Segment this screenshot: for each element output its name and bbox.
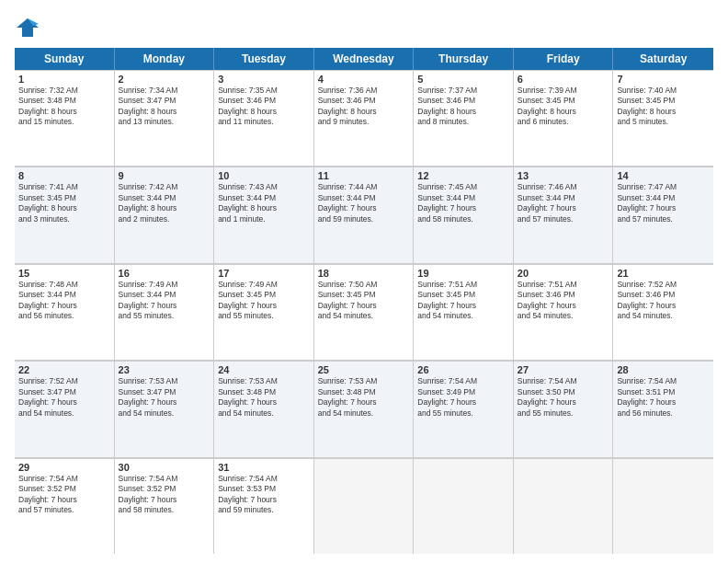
cal-cell: 9Sunrise: 7:42 AMSunset: 3:44 PMDaylight…: [115, 167, 215, 262]
day-number: 2: [119, 74, 210, 85]
cal-cell: 30Sunrise: 7:54 AMSunset: 3:52 PMDayligh…: [115, 459, 215, 554]
day-number: 8: [18, 170, 110, 181]
day-info: Sunrise: 7:32 AMSunset: 3:48 PMDaylight:…: [18, 86, 110, 128]
day-number: 5: [417, 74, 509, 85]
day-info: Sunrise: 7:49 AMSunset: 3:45 PMDaylight:…: [218, 280, 310, 322]
day-info: Sunrise: 7:37 AMSunset: 3:46 PMDaylight:…: [417, 86, 509, 128]
cal-cell: [414, 459, 514, 554]
day-info: Sunrise: 7:48 AMSunset: 3:44 PMDaylight:…: [18, 280, 110, 322]
day-number: 31: [218, 462, 310, 473]
day-info: Sunrise: 7:54 AMSunset: 3:52 PMDaylight:…: [18, 474, 110, 516]
day-info: Sunrise: 7:54 AMSunset: 3:51 PMDaylight:…: [617, 376, 710, 419]
cal-cell: 13Sunrise: 7:46 AMSunset: 3:44 PMDayligh…: [514, 167, 614, 262]
day-number: 19: [417, 268, 509, 279]
day-number: 27: [518, 364, 609, 375]
day-info: Sunrise: 7:46 AMSunset: 3:44 PMDaylight:…: [518, 182, 609, 224]
day-info: Sunrise: 7:50 AMSunset: 3:45 PMDaylight:…: [318, 280, 410, 322]
day-header-wednesday: Wednesday: [314, 48, 415, 70]
day-info: Sunrise: 7:54 AMSunset: 3:53 PMDaylight:…: [218, 474, 310, 516]
week-row-4: 22Sunrise: 7:52 AMSunset: 3:47 PMDayligh…: [15, 361, 713, 457]
cal-cell: 20Sunrise: 7:51 AMSunset: 3:46 PMDayligh…: [514, 265, 614, 360]
day-number: 16: [119, 268, 210, 279]
cal-cell: 6Sunrise: 7:39 AMSunset: 3:45 PMDaylight…: [514, 71, 614, 166]
day-number: 22: [18, 364, 110, 375]
cal-cell: [314, 459, 415, 554]
day-info: Sunrise: 7:54 AMSunset: 3:52 PMDaylight:…: [119, 474, 210, 516]
day-number: 24: [218, 364, 310, 375]
day-info: Sunrise: 7:53 AMSunset: 3:48 PMDaylight:…: [318, 376, 410, 419]
day-number: 23: [119, 364, 210, 375]
cal-cell: 4Sunrise: 7:36 AMSunset: 3:46 PMDaylight…: [314, 71, 415, 166]
day-header-sunday: Sunday: [15, 48, 115, 70]
cal-cell: 28Sunrise: 7:54 AMSunset: 3:51 PMDayligh…: [613, 362, 713, 456]
header: [15, 15, 713, 40]
cal-cell: 14Sunrise: 7:47 AMSunset: 3:44 PMDayligh…: [613, 167, 713, 262]
week-row-3: 15Sunrise: 7:48 AMSunset: 3:44 PMDayligh…: [15, 264, 713, 361]
day-info: Sunrise: 7:40 AMSunset: 3:45 PMDaylight:…: [617, 86, 710, 128]
cal-cell: 26Sunrise: 7:54 AMSunset: 3:49 PMDayligh…: [414, 362, 514, 456]
day-number: 25: [318, 364, 410, 375]
day-info: Sunrise: 7:54 AMSunset: 3:50 PMDaylight:…: [518, 376, 609, 419]
day-number: 11: [318, 170, 410, 181]
cal-cell: 31Sunrise: 7:54 AMSunset: 3:53 PMDayligh…: [214, 459, 314, 554]
week-row-1: 1Sunrise: 7:32 AMSunset: 3:48 PMDaylight…: [15, 70, 713, 167]
cal-cell: 25Sunrise: 7:53 AMSunset: 3:48 PMDayligh…: [314, 362, 415, 456]
day-number: 9: [119, 170, 210, 181]
day-number: 1: [18, 74, 110, 85]
cal-cell: 22Sunrise: 7:52 AMSunset: 3:47 PMDayligh…: [15, 362, 115, 456]
day-number: 14: [617, 170, 710, 181]
cal-cell: 19Sunrise: 7:51 AMSunset: 3:45 PMDayligh…: [414, 265, 514, 360]
day-number: 17: [218, 268, 310, 279]
week-row-2: 8Sunrise: 7:41 AMSunset: 3:45 PMDaylight…: [15, 167, 713, 263]
day-info: Sunrise: 7:35 AMSunset: 3:46 PMDaylight:…: [218, 86, 310, 128]
logo-icon: [15, 15, 40, 40]
week-row-5: 29Sunrise: 7:54 AMSunset: 3:52 PMDayligh…: [15, 458, 713, 554]
cal-cell: 24Sunrise: 7:53 AMSunset: 3:48 PMDayligh…: [214, 362, 314, 456]
day-info: Sunrise: 7:34 AMSunset: 3:47 PMDaylight:…: [119, 86, 210, 128]
cal-cell: 15Sunrise: 7:48 AMSunset: 3:44 PMDayligh…: [15, 265, 115, 360]
day-header-thursday: Thursday: [414, 48, 514, 70]
page: SundayMondayTuesdayWednesdayThursdayFrid…: [0, 0, 728, 563]
day-info: Sunrise: 7:53 AMSunset: 3:48 PMDaylight:…: [218, 376, 310, 419]
cal-cell: 10Sunrise: 7:43 AMSunset: 3:44 PMDayligh…: [214, 167, 314, 262]
day-info: Sunrise: 7:51 AMSunset: 3:45 PMDaylight:…: [417, 280, 509, 322]
day-info: Sunrise: 7:44 AMSunset: 3:44 PMDaylight:…: [318, 182, 410, 224]
day-number: 21: [617, 268, 710, 279]
cal-cell: 17Sunrise: 7:49 AMSunset: 3:45 PMDayligh…: [214, 265, 314, 360]
day-header-friday: Friday: [514, 48, 614, 70]
cal-cell: 29Sunrise: 7:54 AMSunset: 3:52 PMDayligh…: [15, 459, 115, 554]
cal-cell: [613, 459, 713, 554]
day-info: Sunrise: 7:53 AMSunset: 3:47 PMDaylight:…: [119, 376, 210, 419]
cal-cell: 1Sunrise: 7:32 AMSunset: 3:48 PMDaylight…: [15, 71, 115, 166]
day-number: 12: [417, 170, 509, 181]
cal-cell: 27Sunrise: 7:54 AMSunset: 3:50 PMDayligh…: [514, 362, 614, 456]
calendar: SundayMondayTuesdayWednesdayThursdayFrid…: [15, 48, 713, 554]
day-number: 4: [318, 74, 410, 85]
day-number: 26: [417, 364, 509, 375]
svg-marker-0: [17, 18, 39, 37]
day-info: Sunrise: 7:45 AMSunset: 3:44 PMDaylight:…: [417, 182, 509, 224]
cal-cell: 18Sunrise: 7:50 AMSunset: 3:45 PMDayligh…: [314, 265, 415, 360]
calendar-header: SundayMondayTuesdayWednesdayThursdayFrid…: [15, 48, 713, 70]
day-info: Sunrise: 7:52 AMSunset: 3:47 PMDaylight:…: [18, 376, 110, 419]
day-number: 18: [318, 268, 410, 279]
cal-cell: 23Sunrise: 7:53 AMSunset: 3:47 PMDayligh…: [115, 362, 215, 456]
day-header-saturday: Saturday: [613, 48, 713, 70]
day-header-monday: Monday: [115, 48, 215, 70]
day-number: 3: [218, 74, 310, 85]
day-info: Sunrise: 7:47 AMSunset: 3:44 PMDaylight:…: [617, 182, 710, 224]
cal-cell: [514, 459, 614, 554]
cal-cell: 7Sunrise: 7:40 AMSunset: 3:45 PMDaylight…: [613, 71, 713, 166]
day-number: 15: [18, 268, 110, 279]
day-number: 7: [617, 74, 710, 85]
cal-cell: 21Sunrise: 7:52 AMSunset: 3:46 PMDayligh…: [613, 265, 713, 360]
day-number: 6: [518, 74, 609, 85]
day-info: Sunrise: 7:43 AMSunset: 3:44 PMDaylight:…: [218, 182, 310, 224]
day-info: Sunrise: 7:49 AMSunset: 3:44 PMDaylight:…: [119, 280, 210, 322]
day-info: Sunrise: 7:36 AMSunset: 3:46 PMDaylight:…: [318, 86, 410, 128]
cal-cell: 2Sunrise: 7:34 AMSunset: 3:47 PMDaylight…: [115, 71, 215, 166]
day-info: Sunrise: 7:54 AMSunset: 3:49 PMDaylight:…: [417, 376, 509, 419]
day-info: Sunrise: 7:51 AMSunset: 3:46 PMDaylight:…: [518, 280, 609, 322]
calendar-body: 1Sunrise: 7:32 AMSunset: 3:48 PMDaylight…: [15, 70, 713, 554]
cal-cell: 3Sunrise: 7:35 AMSunset: 3:46 PMDaylight…: [214, 71, 314, 166]
